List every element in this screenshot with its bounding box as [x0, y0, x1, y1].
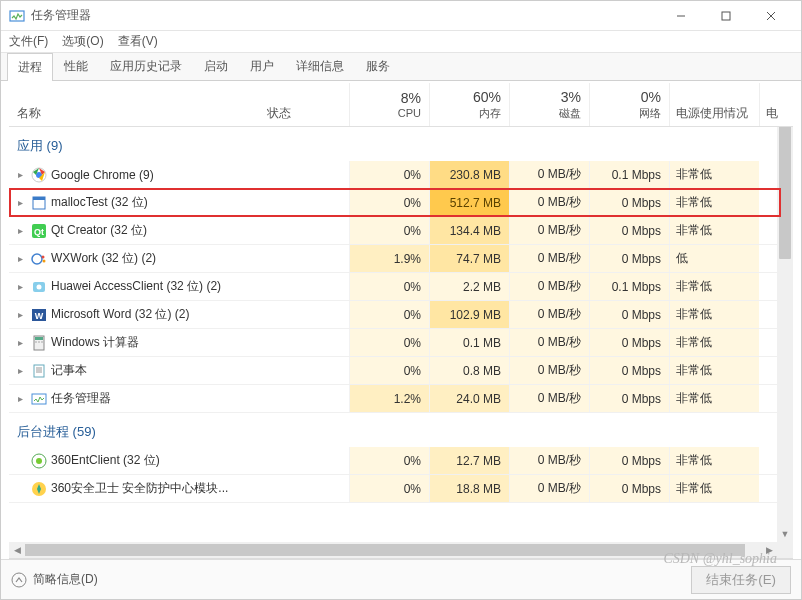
tab-details[interactable]: 详细信息: [285, 52, 355, 80]
process-memory: 512.7 MB: [429, 189, 509, 216]
expand-icon[interactable]: ▸: [13, 309, 27, 320]
process-row[interactable]: 360EntClient (32 位)0%12.7 MB0 MB/秒0 Mbps…: [9, 447, 793, 475]
expand-icon[interactable]: ▸: [13, 365, 27, 376]
column-name[interactable]: 名称: [9, 83, 259, 126]
section-apps[interactable]: 应用 (9): [9, 127, 793, 161]
svg-point-11: [32, 254, 42, 264]
window-title: 任务管理器: [31, 7, 658, 24]
process-row[interactable]: ▸记事本0%0.8 MB0 MB/秒0 Mbps非常低: [9, 357, 793, 385]
process-cpu: 0%: [349, 301, 429, 328]
expand-icon[interactable]: ▸: [13, 281, 27, 292]
process-row[interactable]: ▸任务管理器1.2%24.0 MB0 MB/秒0 Mbps非常低: [9, 385, 793, 413]
svg-rect-8: [33, 197, 45, 200]
taskmgr-icon: [9, 8, 25, 24]
process-network: 0 Mbps: [589, 189, 669, 216]
menubar: 文件(F) 选项(O) 查看(V): [1, 31, 801, 53]
process-network: 0 Mbps: [589, 475, 669, 502]
svg-text:W: W: [35, 311, 44, 321]
process-cpu: 0%: [349, 161, 429, 188]
huawei-icon: [31, 279, 47, 295]
svg-rect-22: [41, 341, 43, 343]
process-power: 非常低: [669, 161, 759, 188]
process-row[interactable]: ▸WXWork (32 位) (2)1.9%74.7 MB0 MB/秒0 Mbp…: [9, 245, 793, 273]
section-background[interactable]: 后台进程 (59): [9, 413, 793, 447]
process-name: mallocTest (32 位): [51, 194, 148, 211]
notepad-icon: [31, 363, 47, 379]
process-row[interactable]: ▸Huawei AccessClient (32 位) (2)0%2.2 MB0…: [9, 273, 793, 301]
column-network[interactable]: 0%网络: [589, 83, 669, 126]
column-extra[interactable]: 电: [759, 83, 789, 126]
process-power: 非常低: [669, 329, 759, 356]
menu-file[interactable]: 文件(F): [9, 33, 48, 50]
expand-icon[interactable]: ▸: [13, 169, 27, 180]
process-status: [259, 447, 349, 474]
scroll-left-icon[interactable]: ◀: [9, 542, 25, 558]
process-name-cell: ▸记事本: [9, 357, 259, 384]
column-disk[interactable]: 3%磁盘: [509, 83, 589, 126]
process-row[interactable]: 360安全卫士 安全防护中心模块...0%18.8 MB0 MB/秒0 Mbps…: [9, 475, 793, 503]
column-status[interactable]: 状态: [259, 83, 349, 126]
svg-text:Qt: Qt: [34, 227, 44, 237]
tab-services[interactable]: 服务: [355, 52, 401, 80]
process-row[interactable]: ▸Windows 计算器0%0.1 MB0 MB/秒0 Mbps非常低: [9, 329, 793, 357]
360-icon: [31, 453, 47, 469]
process-status: [259, 245, 349, 272]
close-button[interactable]: [748, 1, 793, 30]
expand-icon[interactable]: ▸: [13, 393, 27, 404]
scroll-down-icon[interactable]: ▼: [777, 526, 793, 542]
process-network: 0 Mbps: [589, 357, 669, 384]
process-name: WXWork (32 位) (2): [51, 250, 156, 267]
process-network: 0.1 Mbps: [589, 273, 669, 300]
tab-app-history[interactable]: 应用历史记录: [99, 52, 193, 80]
process-memory: 0.8 MB: [429, 357, 509, 384]
maximize-button[interactable]: [703, 1, 748, 30]
expand-icon[interactable]: ▸: [13, 253, 27, 264]
process-row[interactable]: ▸mallocTest (32 位)0%512.7 MB0 MB/秒0 Mbps…: [9, 189, 793, 217]
process-name: Microsoft Word (32 位) (2): [51, 306, 189, 323]
process-cpu: 1.9%: [349, 245, 429, 272]
process-memory: 0.1 MB: [429, 329, 509, 356]
svg-point-15: [37, 284, 42, 289]
h-scroll-thumb[interactable]: [25, 544, 745, 556]
process-cpu: 0%: [349, 217, 429, 244]
process-memory: 74.7 MB: [429, 245, 509, 272]
process-row[interactable]: ▸QtQt Creator (32 位)0%134.4 MB0 MB/秒0 Mb…: [9, 217, 793, 245]
process-name: Google Chrome (9): [51, 168, 154, 182]
vertical-scrollbar[interactable]: ▲ ▼: [777, 83, 793, 558]
column-power[interactable]: 电源使用情况: [669, 83, 759, 126]
process-power: 非常低: [669, 189, 759, 216]
expand-icon[interactable]: ▸: [13, 225, 27, 236]
process-row[interactable]: ▸Google Chrome (9)0%230.8 MB0 MB/秒0.1 Mb…: [9, 161, 793, 189]
tab-users[interactable]: 用户: [239, 52, 285, 80]
minimize-button[interactable]: [658, 1, 703, 30]
process-disk: 0 MB/秒: [509, 273, 589, 300]
taskmgr-icon: [31, 391, 47, 407]
wxwork-icon: [31, 251, 47, 267]
tab-performance[interactable]: 性能: [53, 52, 99, 80]
process-disk: 0 MB/秒: [509, 475, 589, 502]
fewer-details-button[interactable]: 简略信息(D): [11, 571, 691, 588]
process-disk: 0 MB/秒: [509, 447, 589, 474]
process-disk: 0 MB/秒: [509, 217, 589, 244]
expand-icon[interactable]: ▸: [13, 197, 27, 208]
column-memory[interactable]: 60%内存: [429, 83, 509, 126]
tab-processes[interactable]: 进程: [7, 53, 53, 81]
end-task-button[interactable]: 结束任务(E): [691, 566, 791, 594]
svg-point-31: [12, 573, 26, 587]
process-name-cell: ▸任务管理器: [9, 385, 259, 412]
process-name: 360安全卫士 安全防护中心模块...: [51, 480, 228, 497]
menu-options[interactable]: 选项(O): [62, 33, 103, 50]
process-name-cell: 360安全卫士 安全防护中心模块...: [9, 475, 259, 502]
column-cpu[interactable]: 8%CPU: [349, 83, 429, 126]
horizontal-scrollbar[interactable]: ◀ ▶: [9, 542, 793, 558]
process-name-cell: ▸mallocTest (32 位): [9, 189, 259, 216]
process-power: 低: [669, 245, 759, 272]
scroll-right-icon[interactable]: ▶: [761, 542, 777, 558]
menu-view[interactable]: 查看(V): [118, 33, 158, 50]
tab-startup[interactable]: 启动: [193, 52, 239, 80]
expand-icon[interactable]: ▸: [13, 337, 27, 348]
process-status: [259, 189, 349, 216]
process-row[interactable]: ▸WMicrosoft Word (32 位) (2)0%102.9 MB0 M…: [9, 301, 793, 329]
svg-rect-20: [35, 341, 37, 343]
svg-point-29: [36, 458, 42, 464]
